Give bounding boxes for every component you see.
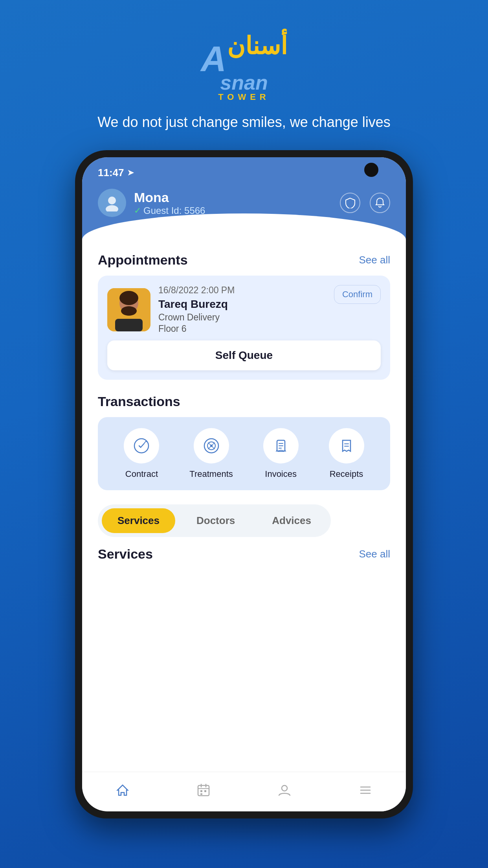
transaction-treatments[interactable]: Treatments bbox=[189, 428, 233, 479]
svg-point-24 bbox=[282, 785, 287, 791]
appointments-header: Appointments See all bbox=[98, 252, 390, 268]
services-title: Services bbox=[98, 546, 153, 562]
svg-point-0 bbox=[108, 197, 116, 204]
receipts-icon bbox=[339, 438, 354, 454]
self-queue-button[interactable]: Self Queue bbox=[107, 340, 381, 370]
treatments-label: Treatments bbox=[189, 469, 233, 479]
doctor-photo bbox=[107, 288, 150, 331]
verified-icon: ✓ bbox=[134, 206, 141, 216]
appointment-row: 16/8/2022 2:00 PM Tareq Burezq Crown Del… bbox=[107, 285, 381, 334]
transactions-grid: Contract Treatments bbox=[98, 417, 390, 490]
nav-calendar[interactable] bbox=[185, 780, 222, 800]
camera-hole bbox=[364, 163, 378, 177]
tabs-row: Services Doctors Advices bbox=[98, 504, 331, 537]
svg-rect-17 bbox=[198, 785, 209, 796]
shield-icon bbox=[345, 197, 355, 208]
treatments-icon bbox=[204, 438, 219, 454]
services-header: Services See all bbox=[98, 546, 390, 562]
svg-point-4 bbox=[119, 291, 138, 305]
bottom-nav bbox=[82, 772, 406, 811]
logo-area: أسنان A snan TOWER We do not just change… bbox=[97, 31, 391, 131]
bell-icon bbox=[375, 197, 385, 208]
transaction-contract[interactable]: Contract bbox=[124, 428, 159, 479]
doctor-name: Tareq Burezq bbox=[158, 298, 326, 311]
avatar-icon bbox=[103, 194, 121, 211]
calendar-icon bbox=[196, 783, 211, 797]
confirm-button[interactable]: Confirm bbox=[334, 285, 381, 304]
home-icon bbox=[116, 783, 130, 797]
profile-icon bbox=[277, 783, 292, 797]
tagline: We do not just change smiles, we change … bbox=[97, 114, 391, 131]
user-info: Mona ✓ Guest Id: 5566 bbox=[98, 189, 205, 217]
svg-point-5 bbox=[121, 306, 137, 316]
shield-button[interactable] bbox=[340, 193, 360, 213]
transactions-header: Transactions bbox=[98, 394, 390, 409]
logo-tower: TOWER bbox=[218, 92, 270, 102]
transaction-receipts[interactable]: Receipts bbox=[329, 428, 364, 479]
receipts-icon-circle bbox=[329, 428, 364, 463]
svg-rect-21 bbox=[200, 790, 202, 792]
appointment-date: 16/8/2022 2:00 PM bbox=[158, 285, 326, 296]
appointments-section: Appointments See all bbox=[98, 252, 390, 380]
transactions-title: Transactions bbox=[98, 394, 180, 409]
content-area: Appointments See all bbox=[82, 241, 406, 772]
user-details: Mona ✓ Guest Id: 5566 bbox=[134, 190, 205, 216]
phone-frame: 11:47 ➤ Mona ✓ bbox=[75, 150, 413, 818]
logo-arabic: أسنان bbox=[227, 31, 287, 60]
receipts-label: Receipts bbox=[330, 469, 363, 479]
tab-doctors[interactable]: Doctors bbox=[181, 508, 251, 533]
appointment-floor: Floor 6 bbox=[158, 324, 326, 334]
guest-id: ✓ Guest Id: 5566 bbox=[134, 205, 205, 216]
svg-rect-22 bbox=[204, 790, 206, 792]
appointment-card: 16/8/2022 2:00 PM Tareq Burezq Crown Del… bbox=[98, 276, 390, 380]
status-bar: 11:47 ➤ bbox=[82, 157, 406, 181]
user-row: Mona ✓ Guest Id: 5566 bbox=[98, 189, 390, 217]
services-see-all[interactable]: See all bbox=[359, 548, 391, 560]
appointments-title: Appointments bbox=[98, 252, 188, 268]
tab-services[interactable]: Services bbox=[102, 508, 175, 533]
treatments-icon-circle bbox=[194, 428, 229, 463]
logo-a: A bbox=[201, 41, 226, 77]
invoices-icon bbox=[273, 438, 289, 454]
nav-profile[interactable] bbox=[266, 780, 303, 800]
svg-point-1 bbox=[106, 205, 118, 211]
tab-advices[interactable]: Advices bbox=[256, 508, 327, 533]
svg-rect-6 bbox=[115, 319, 143, 331]
doctor-silhouette bbox=[107, 288, 150, 331]
user-name: Mona bbox=[134, 190, 205, 205]
contract-icon bbox=[134, 438, 149, 454]
transaction-invoices[interactable]: Invoices bbox=[263, 428, 299, 479]
status-time: 11:47 ➤ bbox=[98, 167, 134, 179]
location-icon: ➤ bbox=[127, 168, 134, 177]
contract-label: Contract bbox=[125, 469, 158, 479]
invoices-icon-circle bbox=[263, 428, 299, 463]
svg-rect-23 bbox=[200, 793, 202, 795]
phone-screen: 11:47 ➤ Mona ✓ bbox=[82, 157, 406, 811]
notification-button[interactable] bbox=[370, 193, 390, 213]
appointments-see-all[interactable]: See all bbox=[359, 254, 391, 266]
appointment-details: 16/8/2022 2:00 PM Tareq Burezq Crown Del… bbox=[158, 285, 326, 334]
logo-text: أسنان A snan TOWER bbox=[201, 31, 287, 102]
services-section: Services See all bbox=[98, 546, 390, 562]
nav-menu[interactable] bbox=[347, 780, 384, 800]
header-icons bbox=[340, 193, 390, 213]
tabs-container: Services Doctors Advices bbox=[98, 504, 390, 537]
invoices-label: Invoices bbox=[265, 469, 297, 479]
nav-home[interactable] bbox=[104, 780, 141, 800]
transactions-section: Transactions Contract bbox=[98, 394, 390, 490]
header-section: Mona ✓ Guest Id: 5566 bbox=[82, 181, 406, 241]
menu-icon bbox=[358, 783, 372, 797]
appointment-service: Crown Delivery bbox=[158, 312, 326, 323]
avatar bbox=[98, 189, 126, 217]
contract-icon-circle bbox=[124, 428, 159, 463]
